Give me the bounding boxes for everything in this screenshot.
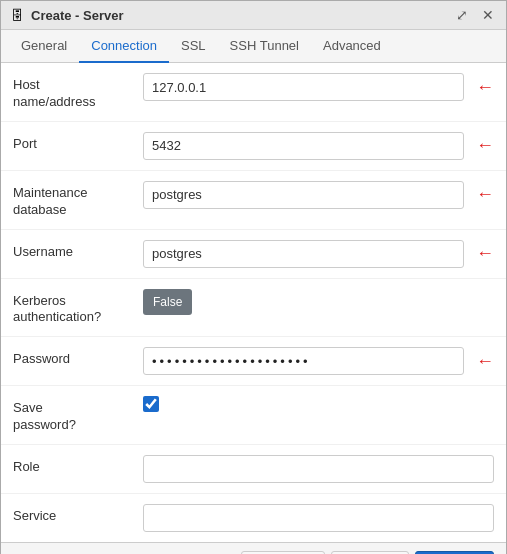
role-row: Role — [1, 445, 506, 494]
password-control: ← — [143, 347, 494, 375]
username-control: ← — [143, 240, 494, 268]
service-control — [143, 504, 494, 532]
tab-bar: General Connection SSL SSH Tunnel Advanc… — [1, 30, 506, 63]
save-password-label: Savepassword? — [13, 396, 143, 434]
service-input[interactable] — [143, 504, 494, 532]
tab-connection[interactable]: Connection — [79, 30, 169, 63]
port-arrow: ← — [476, 135, 494, 156]
title-bar: 🗄 Create - Server ⤢ ✕ — [1, 1, 506, 30]
password-input[interactable] — [143, 347, 464, 375]
dialog-footer: i ? ✕ Cancel ↻ Reset 💾 Save — [1, 542, 506, 554]
role-label: Role — [13, 455, 143, 476]
create-server-dialog: 🗄 Create - Server ⤢ ✕ General Connection… — [0, 0, 507, 554]
service-label: Service — [13, 504, 143, 525]
server-icon: 🗄 — [9, 7, 25, 23]
form-body: Hostname/address ← Port ← Maintenancedat… — [1, 63, 506, 542]
maintenance-db-arrow: ← — [476, 184, 494, 205]
tab-general[interactable]: General — [9, 30, 79, 63]
tab-ssh-tunnel[interactable]: SSH Tunnel — [218, 30, 311, 63]
maintenance-db-input[interactable] — [143, 181, 464, 209]
save-password-control — [143, 396, 494, 412]
close-button[interactable]: ✕ — [478, 6, 498, 24]
host-row: Hostname/address ← — [1, 63, 506, 122]
password-label: Password — [13, 347, 143, 368]
password-arrow: ← — [476, 351, 494, 372]
title-bar-left: 🗄 Create - Server — [9, 7, 124, 23]
kerberos-control: False — [143, 289, 494, 315]
tab-ssl[interactable]: SSL — [169, 30, 218, 63]
host-arrow: ← — [476, 77, 494, 98]
service-row: Service — [1, 494, 506, 542]
kerberos-row: Kerberosauthentication? False — [1, 279, 506, 338]
expand-button[interactable]: ⤢ — [452, 6, 472, 24]
role-input[interactable] — [143, 455, 494, 483]
port-input[interactable] — [143, 132, 464, 160]
port-label: Port — [13, 132, 143, 153]
port-row: Port ← — [1, 122, 506, 171]
tab-advanced[interactable]: Advanced — [311, 30, 393, 63]
password-row: Password ← — [1, 337, 506, 386]
kerberos-toggle-button[interactable]: False — [143, 289, 192, 315]
host-control: ← — [143, 73, 494, 101]
username-row: Username ← — [1, 230, 506, 279]
save-password-checkbox[interactable] — [143, 396, 159, 412]
username-input[interactable] — [143, 240, 464, 268]
kerberos-label: Kerberosauthentication? — [13, 289, 143, 327]
title-bar-controls: ⤢ ✕ — [452, 6, 498, 24]
maintenance-db-row: Maintenancedatabase ← — [1, 171, 506, 230]
maintenance-db-label: Maintenancedatabase — [13, 181, 143, 219]
port-control: ← — [143, 132, 494, 160]
host-input[interactable] — [143, 73, 464, 101]
maintenance-db-control: ← — [143, 181, 494, 209]
role-control — [143, 455, 494, 483]
host-label: Hostname/address — [13, 73, 143, 111]
username-label: Username — [13, 240, 143, 261]
save-password-row: Savepassword? — [1, 386, 506, 445]
username-arrow: ← — [476, 243, 494, 264]
dialog-title: Create - Server — [31, 8, 124, 23]
save-password-checkbox-wrap — [143, 396, 159, 412]
